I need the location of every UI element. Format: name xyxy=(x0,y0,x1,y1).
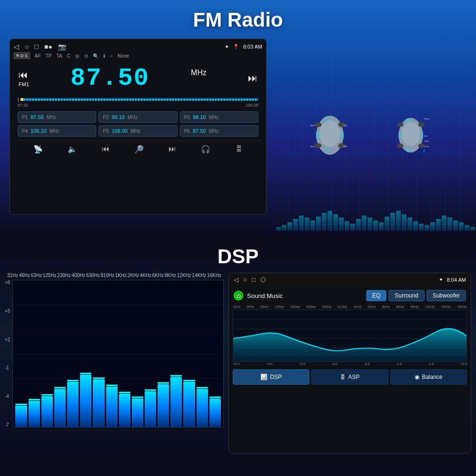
eq-bar-1 xyxy=(29,280,40,427)
eq-bar-3 xyxy=(54,280,66,427)
bottom-tab-dsp[interactable]: 📊 DSP xyxy=(233,369,309,385)
eq-bar-11 xyxy=(158,280,169,427)
wifi-icon[interactable]: 📡 xyxy=(33,145,43,154)
menu-icon[interactable]: ■● xyxy=(44,43,52,50)
deco-bar-22 xyxy=(402,214,407,231)
rds-badge[interactable]: R·D·S xyxy=(14,52,30,59)
deco-bar-19 xyxy=(385,217,389,231)
deco-bar-8 xyxy=(322,213,327,231)
freq-labels: 87.50 108.00 xyxy=(18,103,258,108)
c-icon[interactable]: C xyxy=(67,53,70,59)
preset-p3[interactable]: P3 98.10 MHz xyxy=(180,111,258,123)
deco-bar-13 xyxy=(350,224,355,231)
radio-statusbar: ◁ ○ □ ■● 📷 ✦ 📍 8:03 AM xyxy=(14,43,262,50)
tab-subwoofer[interactable]: Subwoofer xyxy=(426,290,466,301)
dsp-tabs: EQ Surround Subwoofer xyxy=(366,290,466,301)
top-content-area: ◁ ○ □ ■● 📷 ✦ 📍 8:03 AM R·D·S AF TP TA C xyxy=(0,36,476,238)
deco-bar-7 xyxy=(316,217,321,231)
info-icon[interactable]: ℹ xyxy=(103,53,105,59)
tab-eq[interactable]: EQ xyxy=(366,290,387,301)
af-btn[interactable]: AF xyxy=(35,53,41,59)
svg-point-13 xyxy=(418,122,424,127)
eq-bar-4 xyxy=(67,280,79,427)
car-item-2: 2.5ms 1ms 1.3ms 1.1ms ♪ xyxy=(375,111,446,161)
svg-point-12 xyxy=(397,122,403,127)
rewind-btn[interactable]: ⏮ xyxy=(19,69,29,80)
svg-point-15 xyxy=(418,143,424,148)
radio-screen: ◁ ○ □ ■● 📷 ✦ 📍 8:03 AM R·D·S AF TP TA C xyxy=(10,39,267,215)
skip-next-icon[interactable]: ⏭ xyxy=(169,145,176,154)
headphone-icon[interactable]: 🎧 xyxy=(201,145,210,154)
volume-icon[interactable]: 🔈 xyxy=(68,145,77,154)
zoom-icon[interactable]: 🔎 xyxy=(134,145,144,154)
deco-bar-1 xyxy=(282,225,287,231)
dsp-back-icon[interactable]: ◁ xyxy=(234,276,238,283)
search-icon[interactable]: 🔍 xyxy=(93,53,99,59)
eq-bar-14 xyxy=(197,280,208,427)
nav-icons: ◁ ○ □ ■● 📷 xyxy=(14,43,66,50)
fast-forward-btn[interactable]: ⏭ xyxy=(248,73,258,84)
deco-bar-32 xyxy=(459,222,464,231)
deco-bar-11 xyxy=(339,218,344,231)
eq-y-labels: +8 +5 +2 -1 -4 -7 xyxy=(5,280,12,427)
deco-bar-29 xyxy=(442,216,446,231)
freq-end-label: 108.00 xyxy=(245,103,258,108)
band-label: ⏮ FM1 xyxy=(19,69,29,87)
preset-p6[interactable]: P6 87.50 MHz xyxy=(180,125,258,137)
mini-eq-y-labels: +0.0 +4.0 +2.0 -4.0 -4.0 -1.0 -1.0 +0.0 xyxy=(233,362,467,366)
dsp-home-icon[interactable]: ○ xyxy=(243,276,247,283)
tp-btn[interactable]: TP xyxy=(46,53,52,59)
svg-text:1.3ms: 1.3ms xyxy=(424,139,429,142)
freq-bar[interactable] xyxy=(20,98,258,101)
svg-point-4 xyxy=(314,143,321,148)
deco-bar-9 xyxy=(327,211,332,231)
svg-text:1.1ms: 1.1ms xyxy=(424,145,429,148)
preset-p2[interactable]: P2 90.10 MHz xyxy=(99,111,177,123)
tab-surround[interactable]: Surround xyxy=(388,290,424,301)
deco-bar-24 xyxy=(413,221,418,231)
eq-freq-labels-top: 31Hz 46Hz 63Hz 125Hz 230Hz 400Hz 630Hz 8… xyxy=(5,273,224,278)
balance-tab-label: Balance xyxy=(422,374,442,380)
eq-decoration xyxy=(274,205,466,231)
svg-text:0ms: 0ms xyxy=(310,145,315,148)
svg-text:0ms: 0ms xyxy=(343,124,347,127)
eq-icon[interactable]: 🎛 xyxy=(235,145,243,154)
bottom-tab-asp[interactable]: 🎛 ASP xyxy=(311,369,388,385)
eq-bar-9 xyxy=(132,280,143,427)
deco-bar-34 xyxy=(470,227,475,231)
dsp-tab-label: DSP xyxy=(270,374,282,380)
dsp-nav-icons: ◁ ○ □ ⬡ xyxy=(234,276,266,283)
car-svg-2: 2.5ms 1ms 1.3ms 1.1ms ♪ xyxy=(375,111,446,159)
preset-p1[interactable]: P1 87.50 MHz xyxy=(18,111,96,123)
car-item-1: 0ms 0ms 0ms 0ms xyxy=(294,111,366,161)
ta-btn[interactable]: TA xyxy=(57,53,62,59)
eq-bar-8 xyxy=(119,280,130,427)
home-icon[interactable]: ○ xyxy=(25,43,29,50)
mini-eq-canvas xyxy=(233,309,467,362)
freq-start-label: 87.50 xyxy=(18,103,29,108)
back-icon[interactable]: ◁ xyxy=(14,43,19,50)
recent-icon[interactable]: □ xyxy=(34,43,38,50)
deco-bar-17 xyxy=(373,220,378,231)
svg-text:♪: ♪ xyxy=(423,148,426,153)
deco-bar-12 xyxy=(345,221,349,231)
dsp-sound-label: ⏻ Sound:Music xyxy=(234,291,283,300)
skip-prev-icon[interactable]: ⏮ xyxy=(102,145,109,154)
eq-bar-15 xyxy=(209,280,221,427)
eq-bar-7 xyxy=(106,280,118,427)
eq-bar-10 xyxy=(145,280,156,427)
deco-bar-16 xyxy=(367,218,372,231)
bluetooth-icon: ✦ xyxy=(225,44,229,50)
bottom-tab-balance[interactable]: ◉ Balance xyxy=(390,369,467,385)
preset-p5[interactable]: P5 108.00 MHz xyxy=(99,125,177,137)
preset-p4[interactable]: P4 106.10 MHz xyxy=(18,125,96,137)
dsp-recent-icon[interactable]: □ xyxy=(252,276,256,283)
power-button[interactable]: ⏻ xyxy=(234,291,243,300)
svg-point-11 xyxy=(401,122,420,146)
freq-marker: | xyxy=(18,97,19,102)
dsp-content: 31Hz 46Hz 63Hz 125Hz 230Hz 400Hz 630Hz 8… xyxy=(0,273,476,458)
freq-unit-mhz: MHz xyxy=(191,69,207,89)
freq-bar-container: | 87.50 108.00 xyxy=(18,97,258,108)
balance-tab-icon: ◉ xyxy=(415,374,419,380)
rds-controls-row: R·D·S AF TP TA C ◎ ⊙ 🔍 ℹ ○ None xyxy=(14,52,262,59)
